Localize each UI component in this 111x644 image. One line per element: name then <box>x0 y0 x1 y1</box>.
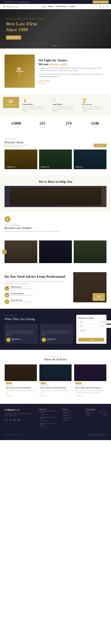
practice-view-all-btn[interactable]: View All Areas <box>94 144 106 147</box>
lawyer-icon: 👨‍💼 <box>4 286 9 291</box>
topbar-email[interactable]: ✉ info@masterlaw.com <box>17 1 30 3</box>
footer-service-5[interactable]: Civil Law <box>62 419 83 420</box>
stats-section: 15890 Cases Won 525 Attorneys 274 Awards… <box>0 116 111 132</box>
case-card-1[interactable] <box>4 240 37 263</box>
stat-number-cases: 15890 <box>4 121 28 126</box>
practice-card-3[interactable]: Family Law <box>74 150 106 169</box>
testimonials-inner: Our Clients What They Are Saying " I am … <box>4 315 106 344</box>
news-grid: Criminal 20 January, 2020 How to Choose … <box>4 364 106 398</box>
hero-next-arrow[interactable]: › <box>108 27 109 31</box>
facebook-icon[interactable]: f <box>4 418 8 422</box>
news-category-3: Business <box>75 382 82 384</box>
about-heading: We Fight for Justice We are always ready… <box>38 58 106 66</box>
testimonials-cards: " I am very impressed by the strong serv… <box>4 324 73 344</box>
testimonials-title: What They Are Saying <box>4 317 73 321</box>
news-desc-2: Lorem ipsum dolor sit amet, consectetur … <box>40 390 72 395</box>
hero-dot-1[interactable] <box>54 45 54 46</box>
feature-desc-2: Praeterea mutans positive mutaret amet l… <box>52 106 77 112</box>
hero-dots <box>54 45 58 46</box>
footer-service-3[interactable]: Family Law <box>62 414 83 416</box>
help-title: We're Here to Help You <box>4 180 106 184</box>
news-read-more-2[interactable]: Read More › <box>40 395 72 398</box>
news-date-1: 20 January, 2020 <box>5 385 37 386</box>
footer-service-1[interactable]: Criminal Law <box>62 410 83 412</box>
advice-feat-text-3: Always Win Case Nullam sed leo lorem. Na… <box>11 299 33 302</box>
video-play-btn[interactable] <box>4 216 10 222</box>
footer-grid: ⚖ Master Law Maecenas. Nunc Metus. Nunc … <box>4 408 106 429</box>
logo-text: Master Law <box>6 5 18 8</box>
topbar-appointment-btn[interactable]: Make an Appointment <box>92 0 109 4</box>
footer-news-1[interactable]: How to Choose your Personal Attorney <box>38 410 59 413</box>
advice-badge-label: Hours Assistance <box>94 298 103 300</box>
practice-label-1: Criminal Law <box>6 166 15 168</box>
form-lastname-input[interactable] <box>99 320 111 324</box>
advice-feat-text-2: 10 Years Experience Nullam sed leo lorem… <box>11 293 33 296</box>
hero-dot-2[interactable] <box>55 45 56 46</box>
hero-discover-btn[interactable]: Discover More <box>6 36 21 40</box>
news-image-1 <box>5 364 37 381</box>
testimonial-card-1: " I am very impressed by the strong serv… <box>4 324 38 344</box>
form-email-input[interactable] <box>78 324 98 328</box>
video-section: Our Showroom Recent Case Studies Maecena… <box>0 212 111 239</box>
googleplus-icon[interactable]: g+ <box>17 418 20 422</box>
practice-section: What We Do Practice Areas Sit in lectus … <box>0 132 111 175</box>
news-tag: News & Blog <box>4 356 106 357</box>
feature-desc-1: Praeterea mutans positive mutaret amet l… <box>23 106 47 112</box>
gavel-icon <box>14 65 26 77</box>
form-message-input[interactable] <box>78 329 104 336</box>
news-read-more-1[interactable]: Read More › <box>5 395 37 398</box>
advice-section: Why Choose Us Do You Need Advice From Pr… <box>0 268 111 309</box>
author-name-2: Mike Hartman <box>47 338 56 340</box>
footer-service-4[interactable]: Property Law <box>62 417 83 418</box>
news-image-3 <box>74 364 106 381</box>
footer-news-3[interactable]: How to Choose your Personal Attorney <box>38 423 59 426</box>
footer-news-date-2: 20 January, 2020 <box>40 420 59 422</box>
case-card-3[interactable] <box>74 240 106 263</box>
calendar-icon: 📅 <box>4 293 9 298</box>
about-para1: A quality is a global IT solutions compa… <box>38 67 106 72</box>
stat-label-attorneys: Attorneys <box>31 126 54 128</box>
news-card-1[interactable]: Criminal 20 January, 2020 How to Choose … <box>4 364 37 398</box>
avatar-1 <box>6 338 10 342</box>
advice-feat-desc-2: Nullam sed leo lorem. Nam luctus lacus. <box>11 294 33 296</box>
feature-desc-3: Praeterea mutans positive mutaret amet l… <box>82 106 106 112</box>
form-phone-input[interactable] <box>99 324 111 328</box>
search-icon[interactable]: 🔍 <box>99 6 101 8</box>
practice-card-1[interactable]: Criminal Law <box>4 150 37 169</box>
hero-heading: Best Law Firm Since 1990 <box>6 21 44 32</box>
nav-home[interactable]: Home <box>42 6 46 8</box>
cart-icon[interactable]: 🛒 <box>102 6 105 8</box>
hero-dot-3[interactable] <box>57 45 58 46</box>
hero-section: Learn Anything. Make Things Happen Best … <box>0 9 111 48</box>
twitter-icon[interactable]: t <box>9 418 12 422</box>
linkedin-icon[interactable]: in <box>13 418 16 422</box>
news-date-3: 20 January, 2020 <box>74 385 106 386</box>
footer-news-title: Latest News <box>38 408 59 410</box>
form-name-input[interactable] <box>78 320 98 324</box>
news-card-title-1: How to Choose your Personal Attorney <box>5 387 37 389</box>
menu-icon[interactable]: ☰ <box>106 6 108 8</box>
topbar-phone[interactable]: 📞 +1 (567) 678 - 9356 <box>2 1 15 3</box>
case-card-2[interactable] <box>39 240 72 263</box>
logo: ⚖ Master Law <box>3 5 18 8</box>
practice-card-2[interactable]: Business Law <box>39 150 72 169</box>
news-card-2[interactable]: Family 20 January, 2020 How to Choose yo… <box>39 364 72 398</box>
news-card-title-3: How to Choose your Personal Attorney <box>74 387 106 389</box>
footer-news-date-3: 20 January, 2020 <box>40 426 59 428</box>
case-prev-arrow[interactable]: ‹ <box>2 250 6 254</box>
svg-rect-2 <box>19 72 20 75</box>
footer-service-2[interactable]: Business Law <box>62 412 83 414</box>
footer: ⚖ Master Law Maecenas. Nunc Metus. Nunc … <box>0 404 111 440</box>
form-submit-btn[interactable]: Submit <box>78 338 104 342</box>
svg-rect-0 <box>16 70 23 72</box>
practice-label-2: Business Law <box>40 166 50 168</box>
nav-pages[interactable]: Pages ▾ <box>48 6 54 8</box>
nav-contact[interactable]: Contact <box>70 6 75 8</box>
news-card-3[interactable]: Business 20 January, 2020 How to Choose … <box>74 364 106 398</box>
about-section: We Fight for Justice We are always ready… <box>0 48 111 94</box>
advice-title: Do You Need Advice From Professional <box>4 274 70 279</box>
footer-news-2[interactable]: How to Choose your Personal Attorney <box>38 416 59 420</box>
hero-tag: Learn Anything. Make Things Happen <box>6 18 44 20</box>
nav-practice[interactable]: Practice Areas ▾ <box>56 6 68 8</box>
news-read-more-3[interactable]: Read More › <box>74 395 106 398</box>
